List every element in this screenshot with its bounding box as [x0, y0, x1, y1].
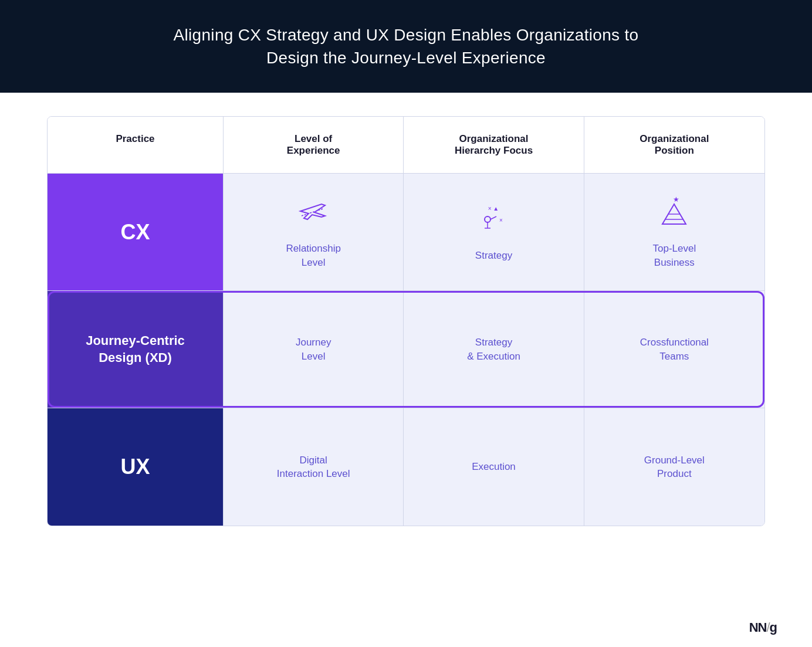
- table-header-row: Practice Level ofExperience Organization…: [48, 117, 764, 174]
- xd-level: JourneyLevel: [224, 291, 404, 408]
- ux-position-text: Ground-LevelProduct: [644, 453, 705, 482]
- cx-hierarchy-text: Strategy: [475, 249, 512, 263]
- xd-label: Journey-CentricDesign (XD): [86, 333, 185, 366]
- xd-level-text: JourneyLevel: [296, 336, 331, 364]
- cx-level-text: RelationshipLevel: [286, 242, 341, 270]
- cx-position-text: Top-LevelBusiness: [652, 242, 696, 270]
- ux-level-text: DigitalInteraction Level: [277, 453, 350, 482]
- nng-logo: NN/g: [749, 620, 777, 635]
- table-body: CX RelationshipLevel: [48, 174, 764, 526]
- svg-text:×: ×: [499, 217, 503, 223]
- pyramid-icon: ★: [657, 195, 692, 232]
- practice-cx: CX: [48, 174, 224, 290]
- col-header-practice: Practice: [48, 117, 224, 173]
- cx-hierarchy: × ▲ × Strategy: [404, 174, 584, 290]
- ux-label: UX: [120, 455, 150, 479]
- practice-xd: Journey-CentricDesign (XD): [48, 291, 224, 408]
- page-header: Aligning CX Strategy and UX Design Enabl…: [0, 0, 812, 93]
- xd-position: CrossfunctionalTeams: [584, 291, 764, 408]
- xd-hierarchy: Strategy& Execution: [404, 291, 584, 408]
- cx-level: RelationshipLevel: [224, 174, 404, 290]
- col-header-level: Level ofExperience: [224, 117, 404, 173]
- header-title: Aligning CX Strategy and UX Design Enabl…: [35, 23, 777, 69]
- main-content: Practice Level ofExperience Organization…: [0, 93, 812, 608]
- cx-label: CX: [120, 220, 150, 245]
- ux-hierarchy-text: Execution: [472, 460, 516, 474]
- svg-text:★: ★: [673, 195, 679, 204]
- strategy-icon: × ▲ ×: [476, 202, 511, 239]
- col-header-hierarchy: OrganizationalHierarchy Focus: [404, 117, 584, 173]
- svg-line-3: [490, 216, 496, 219]
- ux-level: DigitalInteraction Level: [224, 408, 404, 526]
- col-header-position: OrganizationalPosition: [584, 117, 764, 173]
- plane-icon: [296, 195, 331, 232]
- xd-hierarchy-text: Strategy& Execution: [467, 336, 520, 364]
- comparison-table: Practice Level ofExperience Organization…: [47, 116, 765, 526]
- table-row-ux: UX DigitalInteraction Level Execution Gr…: [48, 408, 764, 526]
- practice-ux: UX: [48, 408, 224, 526]
- svg-point-1: [485, 216, 490, 222]
- svg-text:× ▲: × ▲: [488, 205, 499, 212]
- table-row-xd: Journey-CentricDesign (XD) JourneyLevel …: [48, 291, 764, 408]
- ux-position: Ground-LevelProduct: [584, 408, 764, 526]
- ux-hierarchy: Execution: [404, 408, 584, 526]
- page-footer: NN/g: [0, 608, 812, 647]
- cx-position: ★ Top-LevelBusiness: [584, 174, 764, 290]
- xd-position-text: CrossfunctionalTeams: [640, 336, 709, 364]
- table-row-cx: CX RelationshipLevel: [48, 174, 764, 291]
